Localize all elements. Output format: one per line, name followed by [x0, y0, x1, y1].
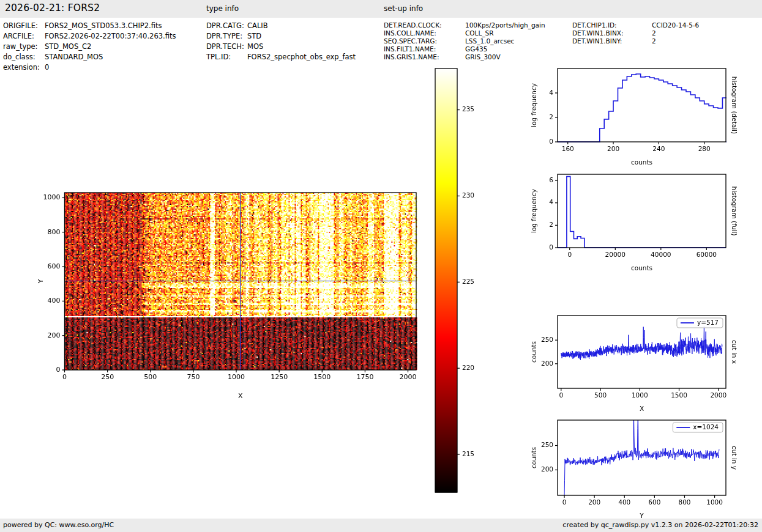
section-title-setup-info: set-up info [384, 4, 423, 13]
info-label: do_class: [3, 53, 35, 61]
info-label: DPR.CATG: [206, 21, 244, 30]
info-value: FORS2.2026-02-22T00:37:40.263.fits [45, 32, 176, 40]
raw-image-plot [24, 173, 453, 402]
info-label: DPR.TECH: [206, 42, 244, 51]
page-title: 2026-02-21: FORS2 [5, 2, 100, 13]
info-label: ORIGFILE: [3, 21, 38, 30]
header-bar: 2026-02-21: FORS2 type info set-up info [0, 0, 762, 18]
footer-created-by: created by qc_rawdisp.py v1.2.3 on 2026-… [562, 521, 758, 529]
info-label: TPL.ID: [206, 53, 231, 61]
info-value: CALIB [247, 21, 268, 30]
info-label: INS.COLL.NAME: [384, 29, 436, 37]
colorbar [425, 58, 502, 504]
info-value: GG435 [465, 45, 487, 53]
info-value: 0 [45, 63, 49, 72]
info-value: LSS_1.0_arcsec [465, 37, 514, 45]
info-label: DPR.TYPE: [206, 32, 242, 40]
info-label: DET.READ.CLOCK: [384, 21, 442, 29]
info-value: STD [247, 32, 261, 40]
info-value: MOS [247, 42, 263, 51]
cut-in-y-plot [517, 416, 762, 519]
info-label: DET.WIN1.BINY: [572, 37, 622, 45]
info-label: raw_type: [3, 42, 38, 51]
footer-bar: powered by QC: www.eso.org/HC created by… [0, 519, 762, 532]
info-label: SEQ.SPEC.TARG: [384, 37, 437, 45]
histogram-detail-plot [517, 56, 762, 170]
cut-in-x-plot [517, 305, 762, 416]
info-value: 2 [652, 29, 656, 37]
info-value: 100Kps/2ports/high_gain [465, 21, 545, 29]
info-value: STD_MOS_C2 [45, 42, 91, 51]
info-value: CCID20-14-5-6 [652, 21, 699, 29]
histogram-full-plot [517, 164, 762, 278]
section-title-type-info: type info [206, 4, 239, 13]
info-label: DET.WIN1.BINX: [572, 29, 623, 37]
info-value: COLL_SR [465, 29, 494, 37]
info-value: STANDARD_MOS [45, 53, 103, 61]
info-label: extension: [3, 63, 40, 72]
info-value: FORS2_specphot_obs_exp_fast [247, 53, 356, 61]
info-value: FORS2_MOS_STD053.3.CHIP2.fits [45, 21, 162, 30]
info-label: DET.CHIP1.ID: [572, 21, 617, 29]
info-label: INS.FILT1.NAME: [384, 45, 436, 53]
info-label: ARCFILE: [3, 32, 34, 40]
info-value: 2 [652, 37, 656, 45]
footer-powered-by: powered by QC: www.eso.org/HC [3, 521, 114, 529]
qc-report-page: 2026-02-21: FORS2 type info set-up info … [0, 0, 762, 532]
